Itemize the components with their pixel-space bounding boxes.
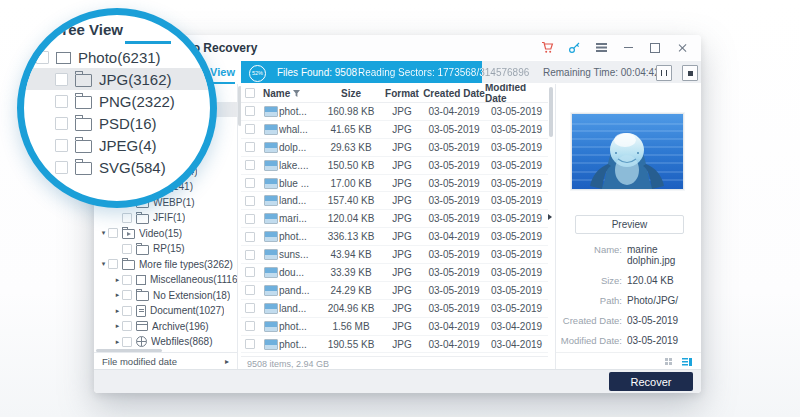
menu-icon[interactable] <box>594 41 608 55</box>
tree-item[interactable]: ▸ Miscellaneous(1116) <box>94 272 237 288</box>
table-row[interactable]: land... 204.96 KB JPG 03-05-2019 03-05-2… <box>241 300 548 318</box>
row-checkbox[interactable] <box>245 142 255 152</box>
row-checkbox[interactable] <box>245 196 255 206</box>
photo-thumbnail-icon <box>264 303 278 314</box>
table-row[interactable]: suns... 43.94 KB JPG 03-05-2019 03-05-20… <box>241 246 548 264</box>
tree-item[interactable]: ▸ Archive(196) <box>94 319 237 335</box>
table-row[interactable]: phot... 160.98 KB JPG 03-04-2019 03-05-2… <box>241 103 548 121</box>
table-vertical-scrollbar[interactable] <box>549 87 553 137</box>
cell-name: phot... <box>279 106 321 117</box>
cell-format: JPG <box>381 249 423 260</box>
status-bar: 9508 items, 2.94 GB <box>241 356 548 370</box>
checkbox[interactable] <box>122 337 132 347</box>
table-row[interactable]: phot... 1.56 MB JPG 03-04-2019 03-04-201… <box>241 318 548 336</box>
row-checkbox[interactable] <box>245 303 255 313</box>
cell-format: JPG <box>381 231 423 242</box>
expand-arrow[interactable]: ▸ <box>113 338 122 346</box>
checkbox[interactable] <box>122 321 132 331</box>
row-checkbox[interactable] <box>245 214 255 224</box>
expand-arrow[interactable]: ▸ <box>113 276 122 284</box>
tree-item-label: Document(1027) <box>150 305 224 316</box>
file-modified-date-filter[interactable]: File modified date ▸ <box>94 352 237 370</box>
row-checkbox[interactable] <box>245 250 255 260</box>
row-checkbox[interactable] <box>245 321 255 331</box>
row-checkbox[interactable] <box>245 232 255 242</box>
expand-arrow[interactable]: ▾ <box>99 260 108 268</box>
row-checkbox[interactable] <box>245 178 255 188</box>
cell-modified-date: 03-04-2019 <box>485 321 548 332</box>
list-view-icon[interactable] <box>682 358 692 366</box>
row-checkbox[interactable] <box>245 124 255 134</box>
detail-row: Size: 120.04 KB <box>556 275 697 286</box>
tree-item[interactable]: ▸ Webfiles(868) <box>94 334 237 350</box>
detail-value: marine dolphin.jpg <box>627 244 697 266</box>
table-row[interactable]: dou... 33.39 KB JPG 03-05-2019 03-05-201… <box>241 264 548 282</box>
detail-value: Photo/JPG/ <box>627 295 678 306</box>
tree-item[interactable]: RP(15) <box>94 241 237 257</box>
table-row[interactable]: phot... 190.55 KB JPG 03-04-2019 03-04-2… <box>241 336 548 354</box>
key-icon[interactable] <box>567 41 581 55</box>
cell-created-date: 03-05-2019 <box>423 178 485 189</box>
maximize-icon[interactable] <box>648 41 662 55</box>
checkbox[interactable] <box>108 259 118 269</box>
column-header-format[interactable]: Format <box>381 88 423 99</box>
table-row[interactable]: mari... 120.04 KB JPG 03-05-2019 03-05-2… <box>241 210 548 228</box>
cell-size: 150.50 KB <box>321 160 381 171</box>
tree-item-label: JPG(3162) <box>99 71 172 88</box>
column-header-size[interactable]: Size <box>321 88 381 99</box>
column-header-created[interactable]: Created Date <box>423 88 485 99</box>
photo-thumbnail-icon <box>264 267 278 278</box>
tree-item-label: SVG(584) <box>99 159 166 176</box>
checkbox[interactable] <box>122 213 132 223</box>
row-checkbox[interactable] <box>245 285 255 295</box>
scan-progress-bar: 52% Files Found: 9508 Reading Sectors: 1… <box>241 61 701 83</box>
pause-button[interactable] <box>656 65 672 81</box>
table-row[interactable]: phot... 336.13 KB JPG 03-04-2019 03-05-2… <box>241 228 548 246</box>
photo-thumbnail-icon <box>264 249 278 260</box>
recover-button[interactable]: Recover <box>609 372 693 391</box>
column-header-modified[interactable]: Modified Date <box>485 84 548 104</box>
minimize-icon[interactable] <box>621 41 635 55</box>
detail-value: 03-05-2019 <box>627 315 678 326</box>
expand-arrow[interactable]: ▾ <box>99 229 108 237</box>
grid-view-icon[interactable] <box>665 358 672 365</box>
table-row[interactable]: pand... 24.29 KB JPG 03-05-2019 03-05-20… <box>241 282 548 300</box>
row-checkbox[interactable] <box>245 339 255 349</box>
expand-arrow[interactable]: ▸ <box>113 291 122 299</box>
tree-item[interactable]: ▾ Video(15) <box>94 226 237 242</box>
table-row[interactable]: whal... 41.65 KB JPG 03-05-2019 03-05-20… <box>241 121 548 139</box>
magnified-tree-item: PNG(2322) <box>24 90 210 112</box>
tree-item[interactable]: JFIF(1) <box>94 210 237 226</box>
checkbox[interactable] <box>122 290 132 300</box>
tree-item-label: No Extension(18) <box>153 290 230 301</box>
checkbox[interactable] <box>122 306 132 316</box>
preview-button[interactable]: Preview <box>575 215 684 234</box>
row-checkbox[interactable] <box>245 106 255 116</box>
stop-button[interactable] <box>682 65 698 81</box>
tree-item[interactable]: ▸ No Extension(18) <box>94 288 237 304</box>
tree-item[interactable]: ▾ More file types(3262) <box>94 257 237 273</box>
tree-item[interactable]: ▸ Document(1027) <box>94 303 237 319</box>
checkbox[interactable] <box>122 275 132 285</box>
checkbox[interactable] <box>108 228 118 238</box>
expand-arrow[interactable]: ▸ <box>113 322 122 330</box>
checkbox[interactable] <box>122 244 132 254</box>
cell-format: JPG <box>381 321 423 332</box>
column-header-name[interactable]: Name <box>263 88 321 99</box>
table-row[interactable]: dolp... 29.63 KB JPG 03-05-2019 03-05-20… <box>241 139 548 157</box>
cart-icon[interactable] <box>540 41 554 55</box>
table-row[interactable]: lake.... 150.50 KB JPG 03-05-2019 03-05-… <box>241 157 548 175</box>
photo-thumbnail-icon <box>264 142 278 153</box>
detail-value: 03-05-2019 <box>627 335 678 346</box>
panel-collapse-arrow[interactable] <box>548 214 552 220</box>
close-icon[interactable] <box>675 41 689 55</box>
stop-icon <box>688 71 693 76</box>
select-all-checkbox[interactable] <box>245 88 255 98</box>
expand-arrow[interactable]: ▸ <box>113 307 122 315</box>
row-checkbox[interactable] <box>245 160 255 170</box>
filter-funnel-icon[interactable] <box>293 88 300 99</box>
table-row[interactable]: land... 157.40 KB JPG 03-05-2019 03-05-2… <box>241 192 548 210</box>
cell-format: JPG <box>381 267 423 278</box>
row-checkbox[interactable] <box>245 267 255 277</box>
table-row[interactable]: blue ... 17.00 KB JPG 03-05-2019 03-05-2… <box>241 175 548 193</box>
